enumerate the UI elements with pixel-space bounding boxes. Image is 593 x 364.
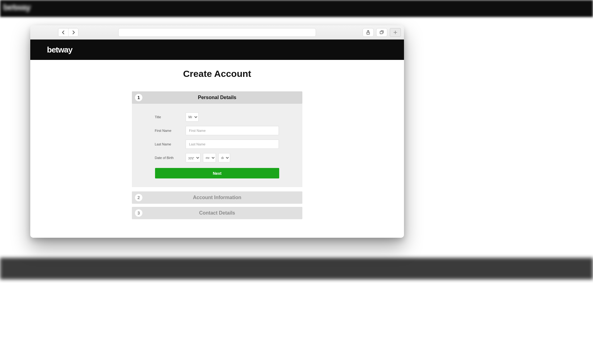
nav-button-group	[58, 28, 78, 37]
step-2-number: 2	[135, 194, 142, 201]
last-name-input[interactable]	[186, 140, 279, 149]
next-button[interactable]: Next	[155, 168, 279, 178]
step-2-title: Account Information	[132, 195, 302, 200]
site-brand-logo: betway	[47, 45, 72, 55]
step-1-number: 1	[135, 94, 142, 101]
title-select[interactable]: Mr	[186, 112, 199, 122]
page-backdrop-bottom	[0, 258, 593, 279]
row-dob: Date of Birth yyyy mm dd	[155, 153, 280, 162]
chevron-left-icon	[62, 31, 65, 34]
page-content: Create Account 1 Personal Details Title …	[30, 60, 404, 238]
backdrop-brand-blurred: betway	[3, 2, 31, 12]
svg-rect-1	[380, 31, 383, 34]
address-bar[interactable]	[118, 28, 316, 37]
row-title: Title Mr	[155, 112, 280, 122]
row-last-name: Last Name	[155, 140, 280, 149]
label-last-name: Last Name	[155, 142, 186, 146]
forward-button[interactable]	[68, 28, 78, 36]
chevron-right-icon	[72, 31, 75, 34]
toolbar-right-group	[363, 28, 401, 37]
share-icon	[366, 30, 370, 35]
step-1-body: Title Mr First Name Last Name	[132, 104, 302, 187]
step-3-number: 3	[135, 209, 142, 217]
new-tab-button[interactable]	[390, 28, 401, 37]
share-button[interactable]	[363, 28, 374, 37]
step-1-header: 1 Personal Details	[132, 91, 302, 104]
dob-day-select[interactable]: dd	[218, 153, 230, 162]
page-title: Create Account	[30, 69, 404, 79]
label-dob: Date of Birth	[155, 156, 186, 160]
back-button[interactable]	[58, 28, 68, 36]
page-backdrop-top	[0, 0, 593, 17]
site-header: betway	[30, 40, 404, 60]
first-name-input[interactable]	[186, 126, 279, 135]
row-first-name: First Name	[155, 126, 280, 135]
step-1-title: Personal Details	[132, 95, 302, 100]
step-2-header[interactable]: 2 Account Information	[132, 191, 302, 204]
plus-icon	[393, 31, 397, 34]
label-first-name: First Name	[155, 129, 186, 132]
tabs-icon	[380, 30, 384, 35]
browser-window: betway Create Account 1 Personal Details…	[30, 25, 404, 238]
step-3-title: Contact Details	[132, 210, 302, 216]
tabs-button[interactable]	[376, 28, 387, 37]
signup-panel: 1 Personal Details Title Mr First Name	[132, 91, 302, 219]
step-3-header[interactable]: 3 Contact Details	[132, 207, 302, 219]
browser-toolbar	[30, 25, 404, 40]
label-title: Title	[155, 115, 186, 119]
dob-year-select[interactable]: yyyy	[186, 153, 200, 162]
dob-month-select[interactable]: mm	[203, 153, 216, 162]
